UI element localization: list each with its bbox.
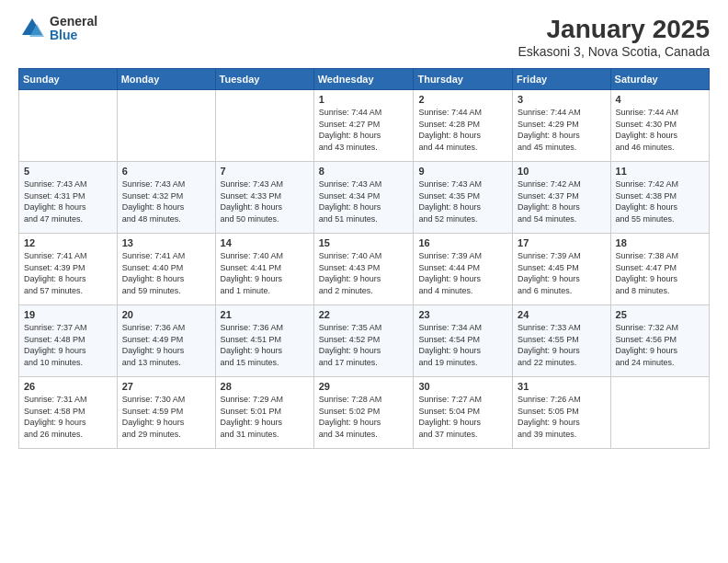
day-info: Sunrise: 7:32 AM Sunset: 4:56 PM Dayligh…: [616, 322, 704, 368]
day-number: 12: [24, 237, 112, 248]
calendar-cell-w5-d2: 27Sunrise: 7:30 AM Sunset: 4:59 PM Dayli…: [117, 377, 215, 449]
day-info: Sunrise: 7:33 AM Sunset: 4:55 PM Dayligh…: [518, 322, 605, 368]
day-number: 29: [319, 381, 409, 392]
day-info: Sunrise: 7:36 AM Sunset: 4:51 PM Dayligh…: [221, 322, 309, 368]
day-info: Sunrise: 7:44 AM Sunset: 4:30 PM Dayligh…: [616, 107, 704, 153]
day-number: 2: [418, 94, 507, 105]
day-info: Sunrise: 7:44 AM Sunset: 4:27 PM Dayligh…: [319, 107, 409, 153]
calendar-cell-w1-d2: [117, 90, 215, 162]
header-thursday: Thursday: [414, 69, 513, 90]
calendar-cell-w4-d4: 22Sunrise: 7:35 AM Sunset: 4:52 PM Dayli…: [313, 305, 414, 377]
day-number: 3: [518, 94, 605, 105]
calendar-cell-w2-d6: 10Sunrise: 7:42 AM Sunset: 4:37 PM Dayli…: [513, 162, 610, 234]
day-info: Sunrise: 7:35 AM Sunset: 4:52 PM Dayligh…: [319, 322, 409, 368]
day-info: Sunrise: 7:40 AM Sunset: 4:41 PM Dayligh…: [221, 250, 309, 296]
title-block: January 2025 Eskasoni 3, Nova Scotia, Ca…: [518, 15, 710, 59]
day-info: Sunrise: 7:43 AM Sunset: 4:34 PM Dayligh…: [319, 178, 409, 224]
week-row-1: 1Sunrise: 7:44 AM Sunset: 4:27 PM Daylig…: [19, 90, 710, 162]
header-monday: Monday: [117, 69, 215, 90]
header-sunday: Sunday: [19, 69, 118, 90]
calendar-subtitle: Eskasoni 3, Nova Scotia, Canada: [518, 44, 710, 59]
calendar-cell-w3-d4: 15Sunrise: 7:40 AM Sunset: 4:43 PM Dayli…: [313, 234, 414, 305]
calendar-cell-w4-d7: 25Sunrise: 7:32 AM Sunset: 4:56 PM Dayli…: [610, 305, 709, 377]
day-number: 20: [122, 309, 210, 320]
calendar-cell-w1-d5: 2Sunrise: 7:44 AM Sunset: 4:28 PM Daylig…: [414, 90, 513, 162]
calendar-cell-w3-d2: 13Sunrise: 7:41 AM Sunset: 4:40 PM Dayli…: [117, 234, 215, 305]
calendar-cell-w1-d4: 1Sunrise: 7:44 AM Sunset: 4:27 PM Daylig…: [313, 90, 414, 162]
calendar-cell-w2-d1: 5Sunrise: 7:43 AM Sunset: 4:31 PM Daylig…: [19, 162, 118, 234]
day-info: Sunrise: 7:39 AM Sunset: 4:45 PM Dayligh…: [518, 250, 605, 296]
day-number: 31: [518, 381, 605, 392]
day-number: 16: [418, 237, 507, 248]
day-info: Sunrise: 7:30 AM Sunset: 4:59 PM Dayligh…: [122, 394, 210, 440]
calendar-header-row: Sunday Monday Tuesday Wednesday Thursday…: [19, 69, 710, 90]
header-wednesday: Wednesday: [313, 69, 414, 90]
calendar-cell-w4-d3: 21Sunrise: 7:36 AM Sunset: 4:51 PM Dayli…: [215, 305, 313, 377]
page: General Blue January 2025 Eskasoni 3, No…: [0, 0, 728, 563]
day-info: Sunrise: 7:39 AM Sunset: 4:44 PM Dayligh…: [418, 250, 507, 296]
week-row-5: 26Sunrise: 7:31 AM Sunset: 4:58 PM Dayli…: [19, 377, 710, 449]
day-number: 19: [24, 309, 112, 320]
day-number: 18: [616, 237, 704, 248]
calendar-cell-w5-d5: 30Sunrise: 7:27 AM Sunset: 5:04 PM Dayli…: [414, 377, 513, 449]
calendar-cell-w2-d7: 11Sunrise: 7:42 AM Sunset: 4:38 PM Dayli…: [610, 162, 709, 234]
week-row-4: 19Sunrise: 7:37 AM Sunset: 4:48 PM Dayli…: [19, 305, 710, 377]
day-number: 17: [518, 237, 605, 248]
day-info: Sunrise: 7:38 AM Sunset: 4:47 PM Dayligh…: [616, 250, 704, 296]
day-info: Sunrise: 7:44 AM Sunset: 4:29 PM Dayligh…: [518, 107, 605, 153]
calendar-cell-w1-d3: [215, 90, 313, 162]
day-number: 27: [122, 381, 210, 392]
header-friday: Friday: [513, 69, 610, 90]
calendar-cell-w3-d7: 18Sunrise: 7:38 AM Sunset: 4:47 PM Dayli…: [610, 234, 709, 305]
week-row-3: 12Sunrise: 7:41 AM Sunset: 4:39 PM Dayli…: [19, 234, 710, 305]
logo: General Blue: [18, 15, 97, 43]
calendar-cell-w4-d5: 23Sunrise: 7:34 AM Sunset: 4:54 PM Dayli…: [414, 305, 513, 377]
calendar-cell-w5-d4: 29Sunrise: 7:28 AM Sunset: 5:02 PM Dayli…: [313, 377, 414, 449]
header-saturday: Saturday: [610, 69, 709, 90]
calendar-cell-w4-d2: 20Sunrise: 7:36 AM Sunset: 4:49 PM Dayli…: [117, 305, 215, 377]
header: General Blue January 2025 Eskasoni 3, No…: [18, 15, 710, 59]
day-info: Sunrise: 7:29 AM Sunset: 5:01 PM Dayligh…: [221, 394, 309, 440]
day-info: Sunrise: 7:36 AM Sunset: 4:49 PM Dayligh…: [122, 322, 210, 368]
calendar-cell-w5-d7: [610, 377, 709, 449]
day-info: Sunrise: 7:40 AM Sunset: 4:43 PM Dayligh…: [319, 250, 409, 296]
day-number: 28: [221, 381, 309, 392]
day-number: 5: [24, 166, 112, 177]
day-number: 11: [616, 166, 704, 177]
day-info: Sunrise: 7:42 AM Sunset: 4:38 PM Dayligh…: [616, 178, 704, 224]
day-number: 23: [418, 309, 507, 320]
calendar-title: January 2025: [518, 15, 710, 44]
day-info: Sunrise: 7:31 AM Sunset: 4:58 PM Dayligh…: [24, 394, 112, 440]
day-number: 6: [122, 166, 210, 177]
day-number: 10: [518, 166, 605, 177]
day-info: Sunrise: 7:43 AM Sunset: 4:32 PM Dayligh…: [122, 178, 210, 224]
calendar-cell-w4-d1: 19Sunrise: 7:37 AM Sunset: 4:48 PM Dayli…: [19, 305, 118, 377]
day-info: Sunrise: 7:43 AM Sunset: 4:35 PM Dayligh…: [418, 178, 507, 224]
day-info: Sunrise: 7:43 AM Sunset: 4:31 PM Dayligh…: [24, 178, 112, 224]
calendar-cell-w3-d6: 17Sunrise: 7:39 AM Sunset: 4:45 PM Dayli…: [513, 234, 610, 305]
calendar-cell-w3-d1: 12Sunrise: 7:41 AM Sunset: 4:39 PM Dayli…: [19, 234, 118, 305]
day-number: 24: [518, 309, 605, 320]
calendar-table: Sunday Monday Tuesday Wednesday Thursday…: [18, 68, 710, 449]
day-number: 30: [418, 381, 507, 392]
day-number: 26: [24, 381, 112, 392]
calendar-cell-w5-d6: 31Sunrise: 7:26 AM Sunset: 5:05 PM Dayli…: [513, 377, 610, 449]
logo-text: General Blue: [50, 15, 97, 43]
day-number: 14: [221, 237, 309, 248]
day-info: Sunrise: 7:28 AM Sunset: 5:02 PM Dayligh…: [319, 394, 409, 440]
calendar-cell-w5-d3: 28Sunrise: 7:29 AM Sunset: 5:01 PM Dayli…: [215, 377, 313, 449]
day-number: 7: [221, 166, 309, 177]
day-number: 15: [319, 237, 409, 248]
day-info: Sunrise: 7:27 AM Sunset: 5:04 PM Dayligh…: [418, 394, 507, 440]
day-number: 4: [616, 94, 704, 105]
calendar-cell-w2-d4: 8Sunrise: 7:43 AM Sunset: 4:34 PM Daylig…: [313, 162, 414, 234]
calendar-cell-w3-d5: 16Sunrise: 7:39 AM Sunset: 4:44 PM Dayli…: [414, 234, 513, 305]
day-info: Sunrise: 7:41 AM Sunset: 4:39 PM Dayligh…: [24, 250, 112, 296]
day-number: 13: [122, 237, 210, 248]
calendar-cell-w4-d6: 24Sunrise: 7:33 AM Sunset: 4:55 PM Dayli…: [513, 305, 610, 377]
logo-icon: [18, 15, 46, 42]
day-info: Sunrise: 7:41 AM Sunset: 4:40 PM Dayligh…: [122, 250, 210, 296]
calendar-cell-w1-d1: [19, 90, 118, 162]
day-number: 22: [319, 309, 409, 320]
logo-blue-text: Blue: [50, 29, 97, 42]
